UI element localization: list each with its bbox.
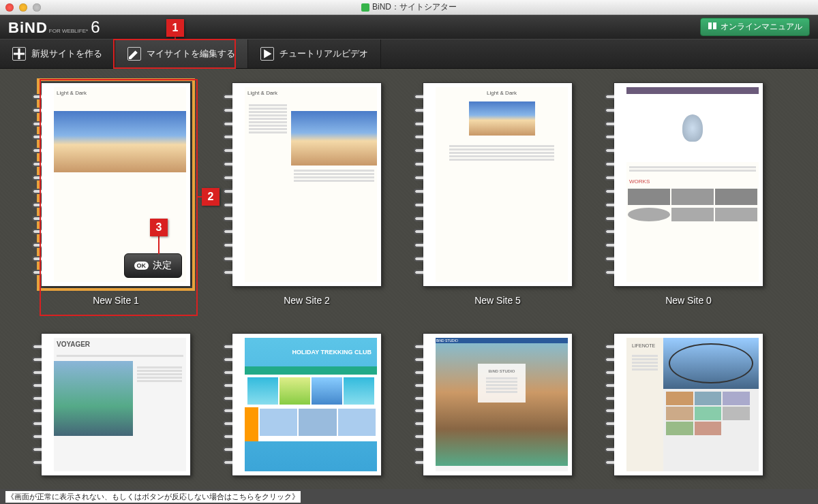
edit-icon [127,47,141,61]
site-name-label: New Site 0 [665,295,712,306]
site-card: Light & Dark OK 決定 New Site 1 [41,82,191,306]
site-card: WORKS New Site 0 [614,82,763,306]
tutorial-video-button[interactable]: チュートリアルビデオ [248,40,381,68]
callout-3: 3 [150,219,168,236]
site-card: LIFENOTE [614,333,763,476]
site-thumbnail[interactable]: WORKS [614,82,763,287]
site-card: Light & Dark New Site 2 [232,82,382,306]
site-thumbnail[interactable]: BiND STUDIO BiND STUDIO [423,333,573,476]
ok-badge: OK [134,262,149,270]
brand-version: 6 [91,18,100,37]
confirm-ok-button[interactable]: OK 決定 [124,253,183,278]
site-name-label: New Site 5 [474,295,521,306]
new-site-label: 新規サイトを作る [31,48,102,60]
thumbnail-preview: Light & Dark [436,87,568,282]
mac-titlebar: BiND：サイトシアター [0,0,818,15]
callout-1: 1 [166,19,184,37]
site-card: HOLIDAY TREKKING CLUB [232,333,382,476]
edit-my-site-button[interactable]: マイサイトを編集する [115,40,248,68]
callout-2: 2 [202,188,219,206]
thumbnail-preview: HOLIDAY TREKKING CLUB [245,338,377,471]
callout-1-connector [175,37,176,40]
site-card: BiND STUDIO BiND STUDIO [423,333,573,476]
edit-my-site-label: マイサイトを編集する [147,48,235,60]
brand-logo: BiND FOR WEBLIFE* 6 [8,18,100,37]
callout-2-connector [196,196,202,198]
tutorial-video-label: チュートリアルビデオ [279,48,368,60]
site-thumbnail[interactable]: Light & Dark OK 決定 [41,82,191,287]
site-thumbnail[interactable]: VOYAGER [41,333,191,476]
callout-3-connector [158,236,160,254]
thumbnail-preview: VOYAGER [54,338,186,471]
site-theater-grid: Light & Dark OK 決定 New Site 1 Light & Da… [0,69,818,489]
site-card: Light & Dark New Site 5 [423,82,573,306]
brand-tagline: FOR WEBLIFE* [49,28,88,34]
thumbnail-preview: WORKS [626,87,759,282]
new-site-button[interactable]: 新規サイトを作る [0,40,115,68]
brand-name: BiND [8,19,48,37]
site-card: VOYAGER [41,333,191,476]
site-name-label: New Site 1 [93,295,139,306]
thumbnail-preview: LIFENOTE [626,338,759,471]
manual-button-label: オンラインマニュアル [721,21,802,33]
app-icon [361,3,369,12]
app-header: BiND FOR WEBLIFE* 6 オンラインマニュアル [0,15,818,39]
play-icon [260,47,274,61]
window-title-text: BiND：サイトシアター [372,1,457,13]
ok-label: 決定 [153,259,172,272]
thumbnail-preview: Light & Dark [245,87,377,282]
site-name-label: New Site 2 [284,295,330,306]
binder-rings [32,90,42,279]
site-thumbnail[interactable]: Light & Dark [232,82,382,287]
site-thumbnail[interactable]: Light & Dark [423,82,573,287]
site-thumbnail[interactable]: LIFENOTE [614,333,763,476]
book-icon [708,21,717,33]
troubleshoot-note[interactable]: 《画面が正常に表示されない、もしくはボタンが反応しない場合はこちらをクリック》 [5,491,301,503]
window-title: BiND：サイトシアター [0,1,818,13]
online-manual-button[interactable]: オンラインマニュアル [700,18,810,36]
site-thumbnail[interactable]: HOLIDAY TREKKING CLUB [232,333,382,476]
plus-icon [12,47,26,61]
thumbnail-preview: BiND STUDIO BiND STUDIO [436,338,568,471]
main-toolbar: 新規サイトを作る マイサイトを編集する チュートリアルビデオ [0,39,818,69]
